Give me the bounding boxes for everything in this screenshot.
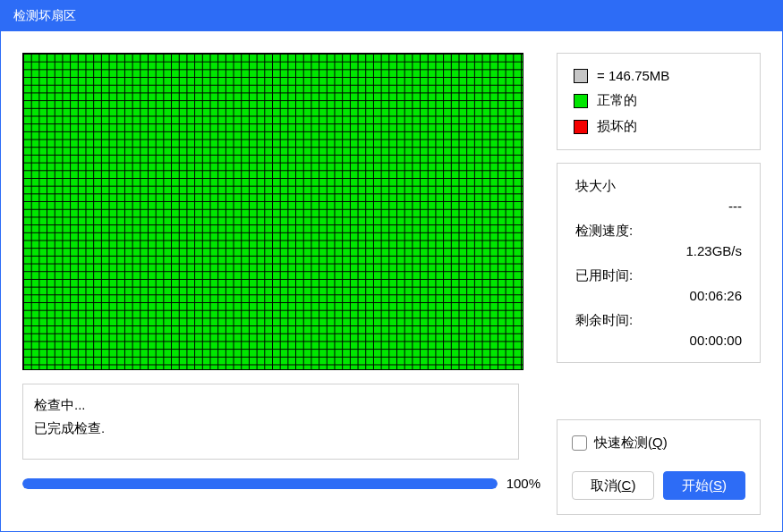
right-column: = 146.75MB 正常的 损坏的 块大小 --- 检测速度: 1.23GB/… (557, 53, 761, 515)
stat-elapsed-label: 已用时间: (575, 267, 742, 284)
progress-bar (22, 478, 498, 489)
window: 检测坏扇区 检查中... 已完成检查. 100% = 146.75 (0, 0, 783, 532)
progress-label: 100% (506, 476, 540, 491)
button-row: 取消(C) 开始(S) (572, 471, 745, 500)
legend-panel: = 146.75MB 正常的 损坏的 (557, 53, 761, 150)
controls-panel: 快速检测(Q) 取消(C) 开始(S) (557, 419, 761, 515)
legend-row-normal: 正常的 (574, 92, 744, 109)
progress-row: 100% (22, 476, 540, 491)
legend-row-damaged: 损坏的 (574, 118, 744, 135)
legend-normal-text: 正常的 (597, 92, 637, 109)
stat-remaining-label: 剩余时间: (575, 312, 742, 329)
stat-block-size-label: 块大小 (575, 178, 742, 195)
window-title: 检测坏扇区 (13, 8, 76, 24)
progress-fill (22, 478, 498, 489)
stat-block-size-value: --- (575, 198, 742, 214)
stat-elapsed-value: 00:06:26 (575, 288, 742, 303)
quick-check-checkbox[interactable] (572, 435, 587, 451)
sector-grid-cells (23, 54, 523, 369)
quick-check-label: 快速检测(Q) (594, 435, 668, 452)
legend-blocksize-text: = 146.75MB (597, 68, 669, 83)
quick-check-row[interactable]: 快速检测(Q) (572, 435, 745, 452)
stat-remaining-value: 00:00:00 (575, 333, 742, 348)
left-column: 检查中... 已完成检查. 100% (22, 53, 540, 515)
stats-panel: 块大小 --- 检测速度: 1.23GB/s 已用时间: 00:06:26 剩余… (557, 163, 761, 363)
stat-speed-label: 检测速度: (575, 223, 742, 240)
stat-speed-value: 1.23GB/s (575, 243, 742, 258)
status-line: 已完成检查. (34, 417, 507, 440)
cancel-button[interactable]: 取消(C) (572, 471, 654, 500)
swatch-green-icon (574, 94, 588, 108)
legend-row-blocksize: = 146.75MB (574, 68, 744, 83)
swatch-gray-icon (574, 69, 588, 83)
status-log: 检查中... 已完成检查. (22, 384, 519, 460)
status-line: 检查中... (34, 393, 507, 417)
legend-damaged-text: 损坏的 (597, 118, 637, 135)
sector-grid (22, 53, 523, 370)
start-button[interactable]: 开始(S) (663, 471, 745, 500)
content-area: 检查中... 已完成检查. 100% = 146.75MB 正常的 (1, 31, 782, 531)
swatch-red-icon (574, 120, 588, 134)
titlebar: 检测坏扇区 (1, 1, 782, 31)
